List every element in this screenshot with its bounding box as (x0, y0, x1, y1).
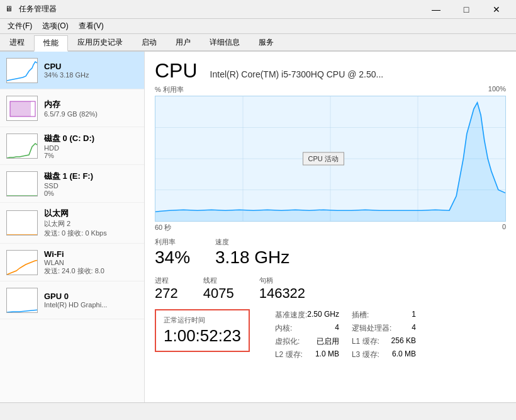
gpu-sidebar-label: GPU 0 (44, 292, 138, 301)
title-bar: 🖥 任务管理器 — □ ✕ (0, 0, 516, 19)
info-key: 虚拟化: (275, 336, 300, 347)
ethernet-thumbnail (6, 210, 38, 236)
wifi-sidebar-info: Wi-Fi WLAN 发送: 24.0 接收: 8.0 (44, 249, 138, 276)
gpu-sidebar-sub1: Intel(R) HD Graphi... (44, 301, 138, 309)
main-content: CPU 34% 3.18 GHz 内存 6.5/7.9 GB (82%) (0, 52, 516, 402)
disk1-sidebar-info: 磁盘 1 (E: F:) SSD 0% (44, 171, 138, 197)
uptime-section: 正常运行时间 1:00:52:23 (155, 309, 250, 357)
sidebar-item-gpu[interactable]: GPU 0 Intel(R) HD Graphi... (0, 281, 144, 319)
cpu-chart: CPU 活动 (155, 96, 506, 222)
cpu-sidebar-label: CPU (44, 62, 138, 71)
tab-app-history[interactable]: 应用历史记录 (68, 34, 132, 50)
wifi-thumbnail (6, 250, 38, 275)
info-value: 1 (412, 310, 416, 321)
info-row: L3 缓存:6.0 MB (352, 349, 416, 361)
info-value: 6.0 MB (392, 349, 416, 360)
wifi-sidebar-label: Wi-Fi (44, 249, 138, 259)
sidebar: CPU 34% 3.18 GHz 内存 6.5/7.9 GB (82%) (0, 52, 145, 402)
chart-time-right: 0 (502, 223, 506, 232)
disk1-sidebar-sub1: SSD (44, 182, 138, 190)
cpu-panel-title: CPU (155, 59, 198, 82)
cpu-thumbnail (6, 58, 38, 83)
wifi-sidebar-sub1: WLAN (44, 259, 138, 266)
menu-view[interactable]: 查看(V) (74, 20, 109, 33)
info-value: 2.50 GHz (307, 310, 339, 321)
memory-sidebar-label: 内存 (44, 99, 138, 110)
chart-tooltip: CPU 活动 (303, 152, 344, 166)
tab-bar: 进程 性能 应用历史记录 启动 用户 详细信息 服务 (0, 34, 516, 52)
right-panel: CPU Intel(R) Core(TM) i5-7300HQ CPU @ 2.… (145, 52, 516, 402)
stats-row-1: 利用率 34% 速度 3.18 GHz (155, 237, 506, 268)
stat-speed: 速度 3.18 GHz (215, 237, 289, 268)
disk1-sidebar-sub2: 0% (44, 190, 138, 197)
sidebar-item-disk0[interactable]: 磁盘 0 (C: D:) HDD 7% (0, 127, 144, 165)
disk0-sidebar-sub1: HDD (44, 144, 138, 152)
sidebar-item-wifi[interactable]: Wi-Fi WLAN 发送: 24.0 接收: 8.0 (0, 244, 144, 281)
tab-details[interactable]: 详细信息 (200, 34, 249, 50)
info-value: 1.0 MB (315, 349, 339, 360)
speed-label: 速度 (215, 237, 289, 247)
disk1-thumbnail (6, 171, 38, 196)
stats-row-2: 进程 272 线程 4075 句柄 146322 (155, 276, 506, 302)
tab-performance[interactable]: 性能 (34, 35, 68, 52)
utilization-value: 34% (155, 247, 190, 268)
sidebar-item-disk1[interactable]: 磁盘 1 (E: F:) SSD 0% (0, 165, 144, 203)
info-key: L1 缓存: (352, 336, 379, 347)
stat-utilization: 利用率 34% (155, 237, 190, 268)
menu-file[interactable]: 文件(F) (3, 20, 37, 33)
info-key: 内核: (275, 323, 292, 334)
memory-thumbnail (6, 96, 38, 121)
tab-startup[interactable]: 启动 (132, 34, 166, 50)
chart-label-utilization: % 利用率 (155, 85, 184, 94)
cpu-model-name: Intel(R) Core(TM) i5-7300HQ CPU @ 2.50..… (210, 69, 384, 79)
svg-rect-1 (10, 101, 31, 116)
process-value: 272 (155, 285, 178, 302)
maximize-button[interactable]: □ (452, 3, 481, 16)
tab-process[interactable]: 进程 (0, 34, 34, 50)
thread-label: 线程 (203, 276, 234, 285)
menu-bar: 文件(F) 选项(O) 查看(V) (0, 19, 516, 34)
sidebar-item-memory[interactable]: 内存 6.5/7.9 GB (82%) (0, 89, 144, 127)
cpu-panel-header: CPU Intel(R) Core(TM) i5-7300HQ CPU @ 2.… (155, 59, 506, 82)
stat-process: 进程 272 (155, 276, 178, 302)
info-row: L1 缓存:256 KB (352, 336, 416, 348)
chart-time-left: 60 秒 (155, 223, 171, 232)
sidebar-item-ethernet[interactable]: 以太网 以太网 2 发送: 0 接收: 0 Kbps (0, 203, 144, 244)
info-key: 逻辑处理器: (352, 323, 391, 334)
memory-sidebar-info: 内存 6.5/7.9 GB (82%) (44, 99, 138, 118)
info-key: L3 缓存: (352, 349, 379, 360)
minimize-button[interactable]: — (422, 3, 451, 16)
title-bar-left: 🖥 任务管理器 (5, 4, 57, 14)
close-button[interactable]: ✕ (482, 3, 511, 16)
menu-options[interactable]: 选项(O) (37, 20, 73, 33)
uptime-label: 正常运行时间 (164, 315, 241, 325)
bottom-section: 正常运行时间 1:00:52:23 基准速度:2.50 GHz插槽:1内核:4逻… (155, 309, 506, 361)
info-value: 已启用 (317, 336, 339, 347)
info-row: L2 缓存:1.0 MB (275, 349, 339, 361)
disk0-sidebar-info: 磁盘 0 (C: D:) HDD 7% (44, 133, 138, 159)
info-key: 插槽: (352, 310, 369, 321)
ethernet-sidebar-sub2: 发送: 0 接收: 0 Kbps (44, 229, 138, 238)
info-row: 基准速度:2.50 GHz (275, 309, 339, 321)
tab-users[interactable]: 用户 (166, 34, 200, 50)
stat-thread: 线程 4075 (203, 276, 234, 302)
gpu-sidebar-info: GPU 0 Intel(R) HD Graphi... (44, 292, 138, 309)
wifi-sidebar-sub2: 发送: 24.0 接收: 8.0 (44, 266, 138, 276)
sidebar-item-cpu[interactable]: CPU 34% 3.18 GHz (0, 52, 144, 89)
title-bar-buttons: — □ ✕ (422, 3, 511, 16)
thread-value: 4075 (203, 285, 234, 302)
chart-labels-bottom: 60 秒 0 (155, 223, 506, 232)
cpu-sidebar-info: CPU 34% 3.18 GHz (44, 62, 138, 79)
handle-value: 146322 (259, 285, 305, 302)
info-row: 逻辑处理器:4 (352, 322, 416, 334)
handle-label: 句柄 (259, 276, 305, 285)
disk0-sidebar-label: 磁盘 0 (C: D:) (44, 133, 138, 144)
speed-value: 3.18 GHz (215, 247, 289, 268)
bottom-bar (0, 402, 516, 420)
tab-services[interactable]: 服务 (249, 34, 283, 50)
info-value: 256 KB (391, 336, 416, 347)
utilization-label: 利用率 (155, 237, 190, 247)
info-row: 虚拟化:已启用 (275, 336, 339, 348)
stat-handle: 句柄 146322 (259, 276, 305, 302)
info-key: 基准速度: (275, 310, 307, 321)
